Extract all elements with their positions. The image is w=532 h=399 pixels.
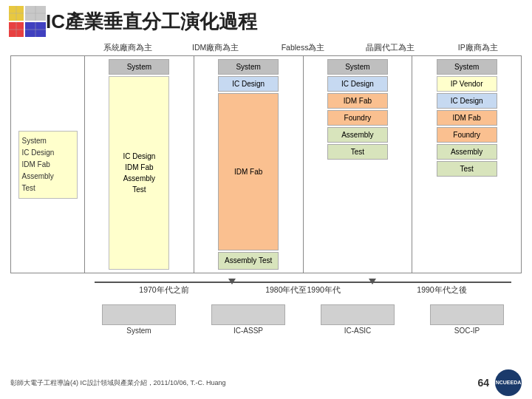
bottom-label-system: System	[126, 327, 151, 335]
col-header-5: IP廠商為主	[434, 43, 522, 53]
col-2-system: System	[218, 59, 279, 75]
footer: 彰師大電子工程導論(4) IC設計領域與產業介紹，2011/10/06, T.-…	[0, 369, 532, 396]
timeline: 1970年代之前 1980年代至1990年代 1990年代之後	[21, 275, 511, 288]
col-0-system-vendor: System IC Design IDM Fab Assembly Test	[11, 56, 85, 273]
bottom-box-ic-assp	[211, 304, 285, 325]
ncue-logo-text-2: EDA	[511, 380, 522, 386]
col-4-ic-design: IC Design	[437, 93, 497, 109]
col-0-line-5: Test	[22, 183, 74, 194]
col-2-ic-design: IC Design	[218, 76, 279, 92]
col-header-2: IDM廠商為主	[171, 43, 259, 53]
col-3-assembly: Assembly	[327, 127, 388, 143]
bottom-box-system	[102, 304, 176, 325]
timeline-label-2: 1980年代至1990年代	[233, 285, 372, 296]
col-4-ip-vendor: IP Vendor	[437, 76, 497, 92]
col-header-3: Fabless為主	[259, 43, 347, 53]
bottom-box-ic-asic	[321, 304, 395, 325]
bottom-item-ic-assp: IC-ASSP	[211, 304, 285, 335]
col-4-assembly: Assembly	[437, 144, 497, 160]
header: IC產業垂直分工演化過程	[0, 0, 532, 43]
col-3-foundry: Foundry	[327, 110, 388, 126]
col-0-line-2: IC Design	[22, 147, 74, 159]
col-0-line-3: IDM Fab	[22, 159, 74, 171]
col-0-box: System IC Design IDM Fab Assembly Test	[18, 131, 78, 199]
bottom-label-soc-ip: SOC-IP	[454, 327, 480, 335]
col-0-line-4: Assembly	[22, 171, 74, 183]
ncue-logo-text-1: NCUE	[496, 380, 511, 386]
col-0-line-1: System	[22, 135, 74, 147]
page-title: IC產業垂直分工演化過程	[46, 9, 257, 35]
col-4-system: System	[437, 59, 497, 75]
col-header-4: 晶圓代工為主	[347, 43, 434, 53]
footer-text: 彰師大電子工程導論(4) IC設計領域與產業介紹，2011/10/06, T.-…	[10, 378, 477, 388]
bottom-box-soc-ip	[430, 304, 504, 325]
timeline-label-3: 1990年代之後	[372, 285, 511, 296]
ncue-logo-icon: NCUE EDA	[495, 369, 522, 396]
col-3-system: System	[327, 59, 388, 75]
page-number: 64	[477, 377, 489, 389]
diagram-area: System IC Design IDM Fab Assembly Test S…	[10, 55, 522, 273]
col-1-idm: System IC Design IDM Fab Assembly Test	[85, 56, 194, 273]
bottom-item-system: System	[102, 304, 176, 335]
header-logo-icon	[9, 6, 46, 37]
col-2-fabless: System IC Design IDM Fab Assembly Test	[194, 56, 304, 273]
main-content: 系統廠商為主 IDM廠商為主 Fabless為主 晶圓代工為主 IP廠商為主 S…	[0, 43, 532, 288]
col-3-foundry: System IC Design IDM Fab Foundry Assembl…	[304, 56, 413, 273]
timeline-label-1: 1970年代之前	[95, 285, 233, 296]
bottom-item-ic-asic: IC-ASIC	[321, 304, 395, 335]
col-2-assembly-test: Assembly Test	[218, 252, 279, 270]
col-3-idm-fab: IDM Fab	[327, 93, 388, 109]
col-header-1: 系統廠商為主	[84, 43, 171, 53]
column-headers-row: 系統廠商為主 IDM廠商為主 Fabless為主 晶圓代工為主 IP廠商為主	[84, 43, 522, 53]
bottom-label-ic-assp: IC-ASSP	[233, 327, 263, 335]
bottom-label-ic-asic: IC-ASIC	[344, 327, 372, 335]
col-1-system: System	[109, 59, 169, 75]
bottom-section: System IC-ASSP IC-ASIC SOC-IP	[10, 304, 522, 335]
col-3-ic-design: IC Design	[327, 76, 388, 92]
col-4-ip: System IP Vendor IC Design IDM Fab Found…	[412, 56, 521, 273]
col-3-test: Test	[327, 144, 388, 160]
col-2-idm-fab: IDM Fab	[218, 93, 279, 250]
col-4-foundry: Foundry	[437, 127, 497, 143]
col-4-test: Test	[437, 161, 497, 177]
col-1-main-box: IC Design IDM Fab Assembly Test	[109, 76, 169, 270]
bottom-item-soc-ip: SOC-IP	[430, 304, 504, 335]
col-4-idm-fab: IDM Fab	[437, 110, 497, 126]
